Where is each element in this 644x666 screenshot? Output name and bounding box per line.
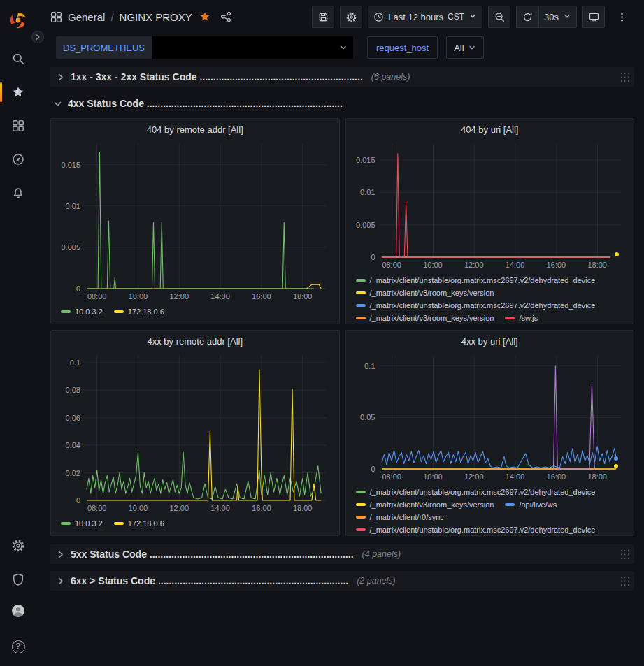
x-axis-tick: 10:00 (129, 292, 148, 301)
sidebar-item-help[interactable]: ? (0, 630, 36, 663)
datasource-select[interactable] (152, 36, 353, 59)
legend-item[interactable]: 10.0.3.2 (61, 305, 103, 318)
x-axis-tick: 12:00 (169, 504, 189, 512)
dashboard-title[interactable]: NGINX PROXY (120, 11, 192, 23)
gear-icon (12, 540, 24, 552)
timeseries-chart: 00.050.108:0010:0012:0014:0016:0018:00 (350, 352, 630, 484)
panel-404-by-remote-addr: 404 by remote addr [All] 00.0050.010.015… (50, 118, 340, 324)
dashboard-body: 1xx - 3xx - 2xx Status Code ............… (36, 61, 644, 666)
x-axis-tick: 10:00 (129, 504, 148, 512)
panel-title[interactable]: 4xx by uri [All] (346, 331, 634, 352)
series-color-key (356, 503, 366, 506)
refresh-interval-dropdown[interactable]: 30s (538, 6, 577, 28)
panel-title[interactable]: 404 by remote addr [All] (51, 119, 339, 140)
row-drag-handle[interactable] (621, 549, 629, 560)
row-drag-handle[interactable] (621, 575, 629, 587)
chart-canvas (85, 356, 327, 500)
legend-item[interactable]: /_matrix/client/v3/room_keys/version (356, 312, 494, 324)
panel-title[interactable]: 4xx by remote addr [All] (51, 331, 339, 352)
legend-item[interactable]: 172.18.0.6 (114, 517, 164, 530)
plot-area[interactable]: 00.0050.010.01508:0010:0012:0014:0016:00… (85, 144, 327, 289)
series-name: 172.18.0.6 (128, 305, 164, 318)
sidebar-expand-button[interactable] (31, 31, 44, 43)
search-icon (12, 52, 24, 65)
y-axis-tick: 0.005 (57, 243, 80, 252)
row-panel-count: (6 panels) (371, 72, 410, 82)
breadcrumb-section[interactable]: General (68, 11, 105, 23)
time-range-picker[interactable]: Last 12 hours CST (368, 6, 482, 28)
chevron-right-icon (56, 73, 65, 82)
timeseries-chart: 00.0050.010.01508:0010:0012:0014:0016:00… (350, 140, 630, 273)
legend-item[interactable]: /sw.js (505, 312, 538, 324)
legend-item[interactable]: 172.18.0.6 (114, 305, 164, 318)
row-5xx[interactable]: 5xx Status Code ........................… (50, 544, 634, 564)
sidebar-item-search[interactable] (0, 42, 36, 75)
x-axis-tick: 14:00 (506, 261, 525, 269)
legend-item[interactable]: /_matrix/client/unstable/org.matrix.msc2… (356, 299, 596, 312)
legend-item[interactable]: /api/live/ws (505, 498, 557, 511)
refresh-interval-label: 30s (544, 12, 559, 22)
clock-icon (373, 12, 384, 22)
series-color-key (505, 317, 515, 319)
share-button[interactable] (220, 11, 231, 22)
y-axis-tick: 0.015 (352, 156, 375, 164)
breadcrumb: General / NGINX PROXY (50, 11, 231, 23)
series-color-key (114, 310, 124, 313)
panel-404-by-uri: 404 by uri [All] 00.0050.010.01508:0010:… (345, 118, 635, 324)
legend-item[interactable]: /_matrix/client/v3/room_keys/version (356, 287, 494, 299)
chevron-down-icon (468, 43, 476, 52)
plot-area[interactable]: 00.050.108:0010:0012:0014:0016:0018:00 (380, 356, 622, 469)
series-color-key (356, 516, 366, 519)
more-options-button[interactable] (610, 6, 633, 28)
plot-area[interactable]: 00.020.040.060.080.108:0010:0012:0014:00… (85, 356, 327, 500)
chevron-right-icon (34, 34, 41, 41)
kiosk-mode-button[interactable] (582, 6, 605, 28)
chevron-down-icon (339, 43, 348, 52)
timeseries-chart: 00.0050.010.01508:0010:0012:0014:0016:00… (55, 140, 335, 304)
y-axis-tick: 0.02 (57, 469, 80, 477)
zoom-out-icon (494, 12, 505, 22)
sidebar-item-configuration[interactable] (0, 529, 36, 563)
row-1xx-3xx-2xx[interactable]: 1xx - 3xx - 2xx Status Code ............… (50, 67, 634, 87)
favorite-star-icon[interactable] (199, 11, 210, 22)
x-axis-tick: 08:00 (382, 261, 401, 269)
x-axis-tick: 18:00 (587, 472, 607, 481)
sidebar-item-explore[interactable] (0, 143, 36, 176)
legend-item[interactable]: /_matrix/client/r0/sync (356, 511, 444, 523)
panel-title[interactable]: 404 by uri [All] (346, 119, 634, 140)
sidebar-item-alerting[interactable] (0, 176, 36, 210)
legend-item[interactable]: /_matrix/client/unstable/org.matrix.msc2… (356, 523, 596, 536)
grafana-logo[interactable] (0, 4, 36, 36)
plot-area[interactable]: 00.0050.010.01508:0010:0012:0014:0016:00… (380, 144, 622, 257)
row-drag-handle[interactable] (621, 71, 629, 83)
legend-item[interactable]: /_matrix/client/v3/room_keys/version (356, 498, 494, 511)
row-title: 6xx > Status Code ......................… (71, 575, 348, 586)
sidebar-item-starred[interactable] (0, 75, 36, 109)
series-color-key (505, 503, 515, 506)
legend-item[interactable]: /_matrix/client/unstable/org.matrix.msc2… (356, 274, 596, 287)
row-6xx[interactable]: 6xx > Status Code ......................… (50, 571, 634, 591)
y-axis-tick: 0.01 (352, 188, 375, 196)
x-axis-tick: 18:00 (293, 292, 313, 301)
row-panel-count: (2 panels) (357, 576, 396, 586)
zoom-out-button[interactable] (488, 6, 510, 28)
legend-item[interactable]: 10.0.3.2 (61, 517, 103, 530)
chevron-down-icon (468, 12, 477, 22)
x-axis-tick: 16:00 (547, 472, 566, 481)
save-dashboard-button[interactable] (312, 6, 334, 28)
filter-value-dropdown[interactable]: All (446, 36, 483, 59)
legend-item[interactable]: /_matrix/client/unstable/org.matrix.msc2… (356, 486, 596, 498)
row-4xx[interactable]: 4xx Status Code ........................… (50, 94, 634, 113)
sidebar-item-profile[interactable] (0, 596, 36, 630)
refresh-button[interactable] (516, 6, 538, 28)
sidebar-item-server-admin[interactable] (0, 563, 36, 596)
filter-key-request-host[interactable]: request_host (367, 36, 438, 59)
dashboard-settings-button[interactable] (340, 6, 362, 28)
variable-label[interactable]: DS_PROMETHEUS (56, 36, 152, 59)
y-axis-tick: 0.05 (352, 413, 375, 421)
x-axis-tick: 18:00 (587, 261, 607, 269)
x-axis-tick: 16:00 (547, 261, 566, 269)
chart-legend: 10.0.3.2172.18.0.6 (51, 516, 339, 535)
sidebar-item-dashboards[interactable] (0, 109, 36, 143)
chevron-down-icon (53, 99, 62, 108)
